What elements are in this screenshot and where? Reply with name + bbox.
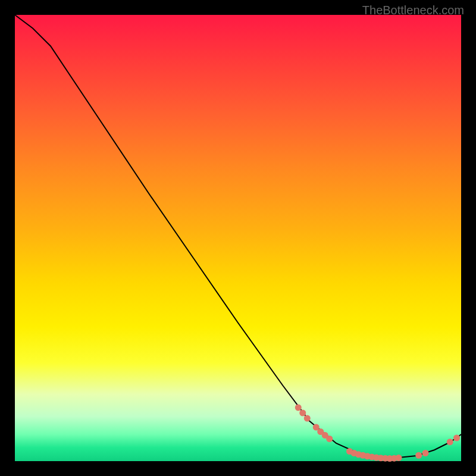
data-marker — [422, 450, 429, 456]
data-marker — [304, 415, 311, 422]
data-markers — [295, 405, 460, 462]
watermark-text: TheBottleneck.com — [362, 4, 464, 17]
curve-line — [15, 15, 461, 459]
chart-svg — [15, 15, 461, 461]
data-marker — [447, 439, 453, 445]
data-marker — [326, 436, 333, 442]
data-marker — [396, 455, 402, 461]
data-marker — [299, 410, 306, 416]
data-marker — [415, 452, 422, 459]
data-marker — [295, 405, 302, 411]
data-marker — [453, 435, 460, 441]
chart-plot-area — [15, 15, 461, 461]
